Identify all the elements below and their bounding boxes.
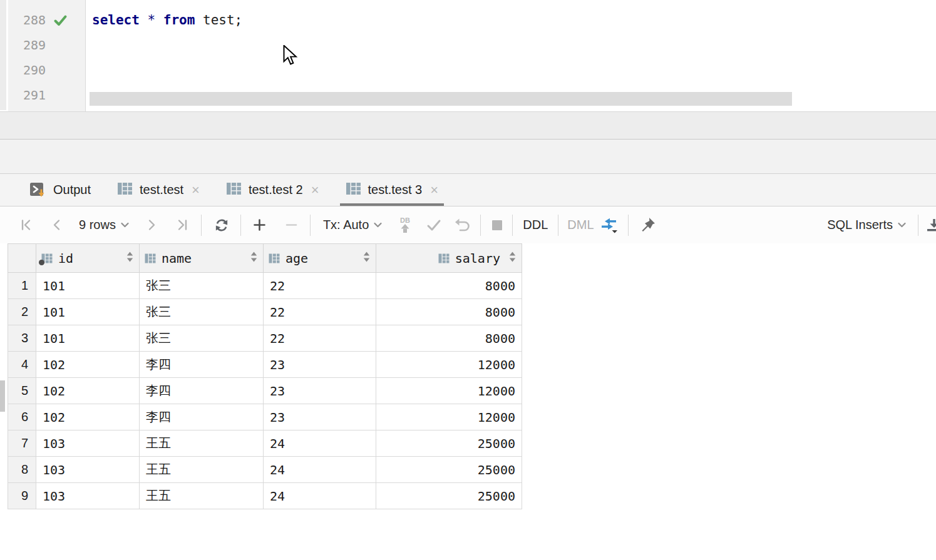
pin-tab-button[interactable] [639, 216, 657, 235]
ddl-button[interactable]: DDL [523, 218, 548, 232]
row-number[interactable]: 7 [8, 430, 36, 457]
sql-code-line[interactable]: select * from test; [92, 8, 242, 33]
close-icon[interactable]: × [192, 183, 200, 197]
cell-age[interactable]: 23 [264, 404, 376, 430]
editor-bottom-band [0, 111, 936, 139]
cell-age[interactable]: 23 [264, 352, 376, 378]
cell-name[interactable]: 王五 [140, 430, 264, 457]
page-size-dropdown[interactable]: 9 rows [79, 218, 130, 232]
cell-id[interactable]: 102 [36, 352, 140, 378]
svg-text:DB: DB [400, 216, 410, 224]
cell-name[interactable]: 王五 [140, 483, 264, 509]
commit-button[interactable] [425, 218, 443, 233]
cell-id[interactable]: 103 [36, 430, 140, 457]
toolbar-separator [512, 215, 513, 236]
cell-id[interactable]: 101 [36, 325, 140, 352]
reload-data-button[interactable] [213, 216, 230, 234]
cell-salary[interactable]: 12000 [376, 404, 522, 430]
cell-id[interactable]: 102 [36, 404, 140, 430]
left-vertical-scrollbar-thumb[interactable] [0, 380, 5, 412]
row-number[interactable]: 8 [8, 457, 36, 483]
sql-star-operator: * [148, 13, 156, 28]
cell-name[interactable]: 李四 [140, 404, 264, 430]
cell-id[interactable]: 102 [36, 378, 140, 404]
cell-name[interactable]: 王五 [140, 457, 264, 483]
dml-button[interactable]: DML [567, 218, 594, 232]
next-page-button[interactable] [145, 218, 159, 232]
row-number[interactable]: 5 [8, 378, 36, 404]
cell-salary[interactable]: 25000 [376, 483, 522, 509]
tab-test-test[interactable]: test.test × [106, 174, 210, 206]
cell-age[interactable]: 22 [264, 299, 376, 325]
database-ide-window: 288 289 290 291 select * from test; [0, 0, 936, 560]
cell-salary[interactable]: 12000 [376, 378, 522, 404]
cell-salary[interactable]: 25000 [376, 430, 522, 457]
row-number[interactable]: 9 [8, 483, 36, 509]
cell-name[interactable]: 张三 [140, 299, 264, 325]
compare-with-dropdown[interactable] [599, 216, 619, 234]
column-header-salary[interactable]: salary [376, 244, 522, 273]
table-row: 8 103 王五 24 25000 [8, 457, 522, 483]
sort-icon[interactable] [508, 251, 517, 266]
close-icon[interactable]: × [430, 183, 438, 197]
transaction-mode-dropdown[interactable]: Tx: Auto [323, 218, 383, 232]
cell-age[interactable]: 24 [264, 430, 376, 457]
row-number[interactable]: 2 [8, 299, 36, 325]
editor-gutter: 288 289 290 291 [8, 0, 86, 111]
column-header-id[interactable]: id [36, 244, 140, 273]
row-number[interactable]: 3 [8, 325, 36, 352]
cell-age[interactable]: 22 [264, 273, 376, 299]
close-icon[interactable]: × [311, 183, 319, 197]
cell-age[interactable]: 24 [264, 457, 376, 483]
cell-salary[interactable]: 8000 [376, 273, 522, 299]
row-number[interactable]: 6 [8, 404, 36, 430]
sort-icon[interactable] [250, 251, 258, 266]
add-row-button[interactable] [252, 218, 267, 232]
cell-id[interactable]: 101 [36, 273, 140, 299]
delete-row-button[interactable] [284, 218, 299, 232]
sort-icon[interactable] [126, 251, 134, 266]
cell-salary[interactable]: 12000 [376, 352, 522, 378]
ddl-label: DDL [523, 218, 548, 232]
cell-id[interactable]: 103 [36, 457, 140, 483]
sort-icon[interactable] [363, 251, 371, 266]
column-header-name[interactable]: name [140, 244, 264, 273]
previous-page-button[interactable] [49, 218, 64, 232]
tab-output[interactable]: Output [19, 174, 101, 206]
cell-age[interactable]: 23 [264, 378, 376, 404]
cell-age[interactable]: 22 [264, 325, 376, 352]
submit-to-database-button[interactable]: DB [396, 216, 414, 235]
cell-salary[interactable]: 8000 [376, 325, 522, 352]
table-icon [346, 182, 361, 198]
sql-editor[interactable]: 288 289 290 291 select * from test; [0, 0, 936, 111]
stop-button[interactable] [491, 219, 503, 232]
cell-age[interactable]: 24 [264, 483, 376, 509]
last-page-button[interactable] [175, 218, 190, 232]
cell-name[interactable]: 张三 [140, 273, 264, 299]
cell-name[interactable]: 李四 [140, 352, 264, 378]
table-row: 6 102 李四 23 12000 [8, 404, 522, 430]
panel-splitter[interactable] [0, 139, 936, 173]
editor-horizontal-scrollbar[interactable] [90, 92, 792, 106]
output-console-icon [29, 181, 46, 198]
cell-id[interactable]: 103 [36, 483, 140, 509]
tab-test-test-3[interactable]: test.test 3 × [335, 174, 450, 206]
column-header-age[interactable]: age [264, 244, 376, 273]
cell-id[interactable]: 101 [36, 299, 140, 325]
rollback-button[interactable] [454, 217, 471, 233]
sql-inserts-label: SQL Inserts [827, 218, 893, 232]
cell-name[interactable]: 张三 [140, 325, 264, 352]
cell-salary[interactable]: 8000 [376, 299, 522, 325]
cell-salary[interactable]: 25000 [376, 457, 522, 483]
row-number[interactable]: 4 [8, 352, 36, 378]
row-number[interactable]: 1 [8, 273, 36, 299]
tab-test-test-2[interactable]: test.test 2 × [215, 174, 330, 206]
export-data-icon-partial[interactable] [926, 217, 936, 233]
tab-label: test.test [140, 183, 183, 197]
first-page-button[interactable] [19, 218, 33, 232]
results-tab-bar: Output test.test × [0, 173, 936, 206]
cell-name[interactable]: 李四 [140, 378, 264, 404]
sql-inserts-dropdown[interactable]: SQL Inserts [827, 218, 907, 232]
line-number: 288 [13, 13, 46, 28]
sql-keyword: from [163, 13, 195, 28]
